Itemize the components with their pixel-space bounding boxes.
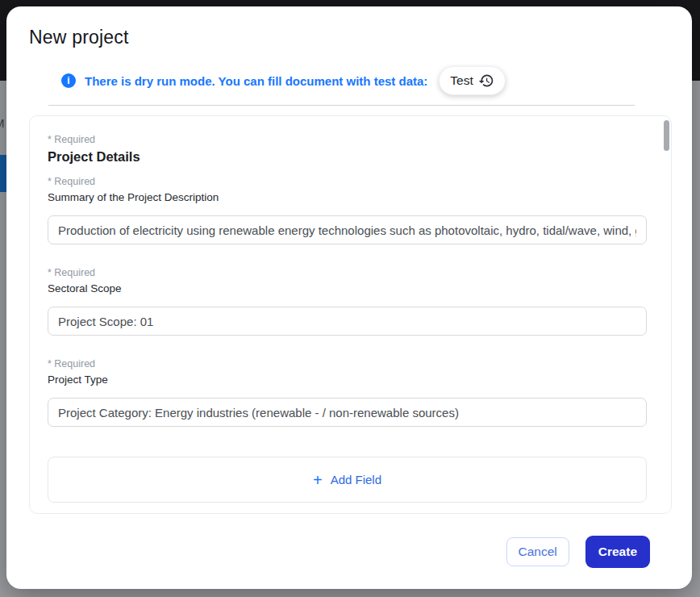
history-icon [478, 73, 494, 89]
summary-input[interactable] [48, 215, 647, 244]
project-type-input[interactable] [48, 398, 647, 427]
section-title: Project Details [48, 149, 647, 165]
section-required-note: * Required [48, 134, 647, 146]
field-required-note: * Required [48, 176, 647, 188]
info-icon: i [61, 73, 76, 88]
test-button-label: Test [450, 73, 473, 88]
project-details-form-panel: * Required Project Details * Required Su… [29, 115, 672, 514]
field-label-sectoral-scope: Sectoral Scope [48, 282, 647, 295]
create-button[interactable]: Create [585, 536, 650, 568]
plus-icon: + [313, 472, 323, 488]
add-field-label: Add Field [331, 473, 381, 486]
backdrop-peek-text: M [0, 116, 5, 130]
dialog-title: New project [29, 27, 129, 48]
panel-scrollbar-thumb[interactable] [664, 120, 669, 151]
dialog-footer: Cancel Create [506, 536, 651, 568]
sectoral-scope-input[interactable] [48, 307, 647, 336]
header-divider [48, 105, 635, 106]
field-label-project-type: Project Type [48, 374, 647, 386]
fill-test-data-button[interactable]: Test [439, 66, 505, 95]
field-required-note: * Required [48, 358, 647, 370]
new-project-dialog: New project i There is dry run mode. You… [6, 6, 692, 589]
field-required-note: * Required [48, 267, 647, 279]
add-field-button[interactable]: + Add Field [48, 457, 647, 503]
dry-run-alert: i There is dry run mode. You can fill do… [61, 66, 506, 95]
dry-run-alert-text: There is dry run mode. You can fill docu… [85, 74, 427, 88]
field-label-summary: Summary of the Project Description [48, 191, 647, 204]
backdrop-blue-button-edge [0, 155, 6, 192]
cancel-button[interactable]: Cancel [506, 537, 569, 566]
